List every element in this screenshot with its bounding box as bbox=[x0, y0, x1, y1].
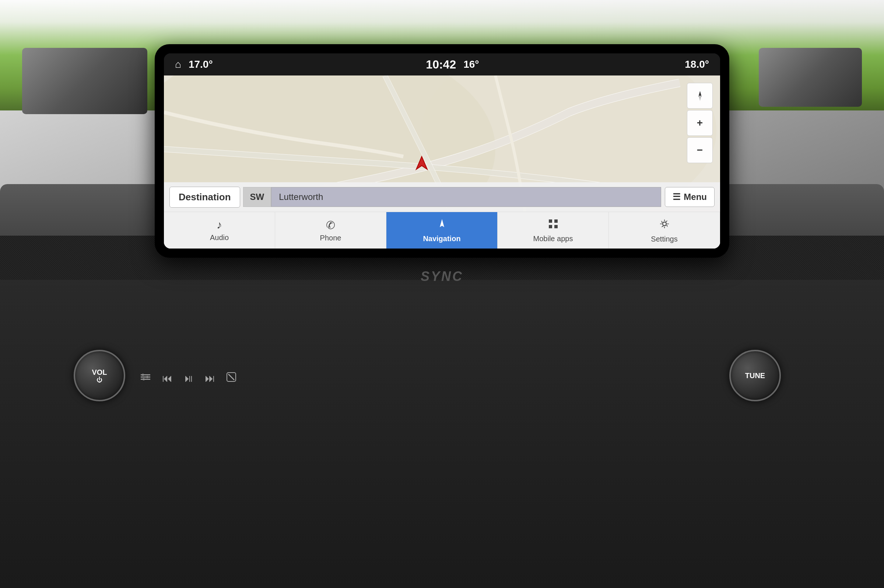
audio-icon: ♪ bbox=[216, 219, 222, 231]
phone-label: Phone bbox=[320, 234, 341, 242]
power-icon: ⏻ bbox=[96, 376, 102, 383]
svg-rect-10 bbox=[554, 225, 558, 228]
left-vent bbox=[22, 48, 147, 114]
nav-item-audio[interactable]: ♪ Audio bbox=[164, 212, 275, 249]
zoom-in-button[interactable]: + bbox=[687, 110, 713, 136]
tune-label: TUNE bbox=[745, 372, 765, 380]
svg-point-17 bbox=[143, 378, 145, 380]
destination-bar: Destination SW Lutterworth ☰ Menu bbox=[164, 182, 720, 212]
next-track-button[interactable]: ⏭ bbox=[205, 372, 215, 384]
navigation-icon bbox=[436, 218, 448, 232]
nav-item-phone[interactable]: ✆ Phone bbox=[275, 212, 386, 249]
direction-indicator: SW bbox=[243, 187, 272, 207]
svg-marker-5 bbox=[698, 95, 702, 101]
location-display: Lutterworth bbox=[271, 187, 661, 207]
temp-right: 18.0° bbox=[685, 58, 709, 70]
map-area[interactable]: + − Destination SW Lutterworth ☰ Menu bbox=[164, 75, 720, 212]
phone-icon: ✆ bbox=[326, 219, 335, 232]
menu-icon: ☰ bbox=[672, 192, 681, 202]
compass-north-button[interactable] bbox=[687, 83, 713, 109]
play-pause-button[interactable]: ⏯ bbox=[183, 372, 194, 384]
vol-knob[interactable]: VOL ⏻ bbox=[74, 350, 125, 401]
mobile-apps-icon bbox=[547, 218, 559, 232]
vol-label: VOL bbox=[92, 368, 107, 376]
mute-button[interactable] bbox=[226, 372, 236, 385]
home-icon[interactable]: ⌂ bbox=[175, 58, 181, 70]
screen-housing: ⌂ 17.0° 10:42 16° 18.0° bbox=[155, 44, 729, 258]
navigation-label: Navigation bbox=[423, 234, 461, 243]
nav-item-mobile-apps[interactable]: Mobile apps bbox=[498, 212, 609, 249]
nav-bar: ♪ Audio ✆ Phone Navigation bbox=[164, 212, 720, 249]
nav-item-settings[interactable]: Settings bbox=[609, 212, 720, 249]
zoom-out-icon: − bbox=[697, 144, 703, 156]
nav-item-navigation[interactable]: Navigation bbox=[386, 212, 498, 249]
svg-rect-7 bbox=[549, 219, 552, 223]
svg-marker-6 bbox=[440, 219, 444, 227]
mobile-apps-label: Mobile apps bbox=[533, 234, 573, 243]
status-bar: ⌂ 17.0° 10:42 16° 18.0° bbox=[164, 53, 720, 75]
audio-label: Audio bbox=[210, 233, 229, 242]
svg-point-11 bbox=[663, 222, 666, 226]
svg-rect-9 bbox=[549, 225, 552, 228]
nav-controls: + − bbox=[687, 83, 713, 163]
svg-line-19 bbox=[228, 374, 234, 380]
tune-knob[interactable]: TUNE bbox=[729, 350, 781, 401]
settings-icon bbox=[658, 218, 671, 233]
dashboard-lower bbox=[0, 276, 884, 588]
sync-logo: SYNC bbox=[421, 269, 463, 284]
zoom-out-button[interactable]: − bbox=[687, 137, 713, 163]
svg-point-16 bbox=[146, 376, 149, 378]
svg-rect-8 bbox=[554, 219, 558, 223]
settings-label: Settings bbox=[651, 235, 677, 243]
settings-eq-button[interactable] bbox=[140, 373, 151, 384]
destination-button[interactable]: Destination bbox=[170, 187, 240, 208]
svg-point-15 bbox=[142, 374, 144, 376]
temp-center: 16° bbox=[463, 58, 479, 70]
menu-label: Menu bbox=[684, 192, 707, 202]
prev-track-button[interactable]: ⏮ bbox=[162, 372, 173, 384]
status-time: 10:42 bbox=[426, 58, 456, 71]
control-strip: ⏮ ⏯ ⏭ bbox=[140, 372, 236, 385]
temp-left: 17.0° bbox=[189, 58, 213, 70]
menu-button[interactable]: ☰ Menu bbox=[665, 187, 714, 207]
right-vent bbox=[759, 48, 862, 107]
main-screen: ⌂ 17.0° 10:42 16° 18.0° bbox=[164, 53, 720, 249]
zoom-in-icon: + bbox=[697, 117, 703, 129]
